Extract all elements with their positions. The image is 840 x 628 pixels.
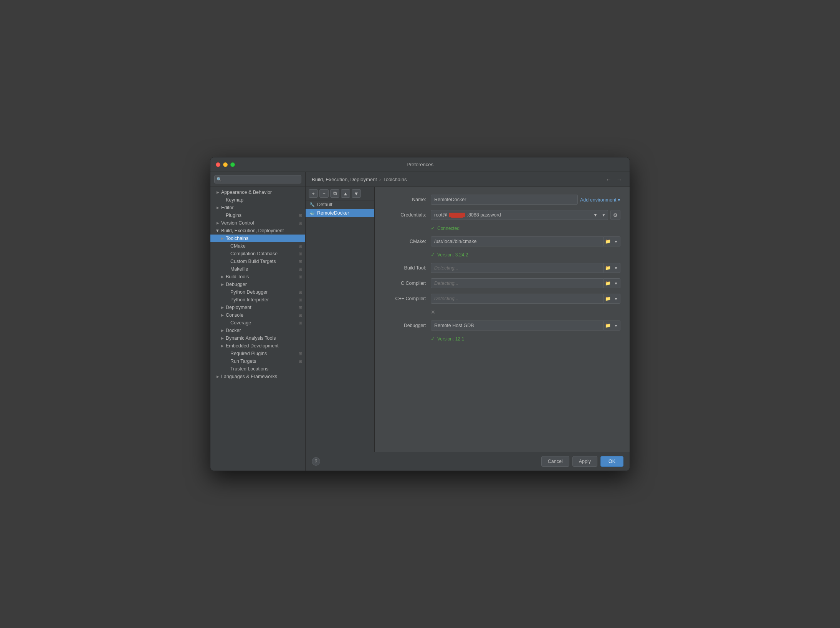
help-button[interactable]: ? — [312, 457, 320, 466]
sidebar-item-embedded-dev[interactable]: ▶ Embedded Development — [210, 342, 305, 350]
sidebar-item-cmake[interactable]: ▶ CMake ⊞ — [210, 242, 305, 250]
sidebar-item-appearance[interactable]: ▶ Appearance & Behavior — [210, 188, 305, 196]
sidebar-item-build-tools[interactable]: ▶ Build Tools ⊞ — [210, 273, 305, 281]
build-tool-row: Build Tool: 📁 ▼ — [384, 263, 620, 273]
content-area: 🔍 ▶ Appearance & Behavior ▶ Keymap ▶ — [210, 172, 630, 471]
preferences-window: Preferences 🔍 ▶ Appearance & Behavior ▶ — [210, 157, 630, 471]
debugger-input[interactable] — [431, 321, 604, 331]
nav-forward-button[interactable]: → — [615, 175, 623, 183]
sidebar-item-label: CMake — [230, 243, 246, 249]
sidebar-item-python-debugger[interactable]: ▶ Python Debugger ⊞ — [210, 288, 305, 296]
close-button[interactable] — [216, 162, 220, 167]
c-compiler-folder-button[interactable]: 📁 — [604, 278, 612, 288]
debugger-label: Debugger: — [384, 323, 426, 328]
cpp-compiler-folder-button[interactable]: 📁 — [604, 294, 612, 304]
ok-button[interactable]: OK — [600, 456, 623, 467]
sidebar-item-compilation-db[interactable]: ▶ Compilation Database ⊞ — [210, 250, 305, 258]
arrow-icon: ▶ — [215, 205, 220, 210]
sidebar-item-label: Docker — [226, 328, 241, 333]
add-environment-button[interactable]: Add environment ▾ — [580, 197, 620, 203]
build-tool-input[interactable] — [431, 263, 604, 273]
name-input[interactable] — [431, 195, 578, 205]
loading-spinner-icon: ✳ — [431, 309, 435, 315]
move-up-button[interactable]: ▲ — [341, 189, 350, 198]
sidebar-item-trusted-locations[interactable]: ▶ Trusted Locations — [210, 365, 305, 373]
remove-toolchain-button[interactable]: − — [319, 189, 329, 198]
check-icon: ✓ — [431, 252, 435, 258]
cmake-dropdown-button[interactable]: ▼ — [612, 236, 620, 246]
sidebar-item-plugins[interactable]: ▶ Plugins ⊞ — [210, 212, 305, 219]
sidebar-item-toolchains[interactable]: ▶ Toolchains — [210, 235, 305, 242]
sidebar-item-version-control[interactable]: ▶ Version Control ⊞ — [210, 219, 305, 227]
sidebar-item-label: Dynamic Analysis Tools — [226, 335, 276, 341]
cmake-folder-button[interactable]: 📁 — [604, 236, 612, 246]
sidebar-item-python-interpreter[interactable]: ▶ Python Interpreter ⊞ — [210, 296, 305, 304]
sync-icon: ⊞ — [299, 213, 302, 218]
sidebar-item-run-targets[interactable]: ▶ Run Targets ⊞ — [210, 357, 305, 365]
sidebar-item-label: Trusted Locations — [230, 366, 268, 372]
toolchain-item-remote-docker[interactable]: 🐳 RemoteDocker — [306, 209, 374, 217]
sidebar-item-label: Build, Execution, Deployment — [221, 228, 284, 233]
sidebar-item-label: Required Plugins — [230, 351, 267, 356]
cmake-row: CMake: 📁 ▼ — [384, 236, 620, 246]
sidebar-item-required-plugins[interactable]: ▶ Required Plugins ⊞ — [210, 350, 305, 357]
sidebar-item-build-exec-deploy[interactable]: ▶ Build, Execution, Deployment — [210, 227, 305, 235]
sidebar-item-deployment[interactable]: ▶ Deployment ⊞ — [210, 304, 305, 311]
credentials-folder-button[interactable]: ▼ — [591, 210, 600, 220]
debugger-dropdown-button[interactable]: ▼ — [612, 321, 620, 331]
c-compiler-row: C Compiler: 📁 ▼ — [384, 278, 620, 288]
sidebar-item-label: Keymap — [226, 197, 243, 203]
toolchain-item-default[interactable]: 🔧 Default — [306, 200, 374, 209]
toolchain-item-label: Default — [317, 202, 332, 207]
debugger-version: Version: 12.1 — [437, 336, 464, 342]
cpp-compiler-dropdown-button[interactable]: ▼ — [612, 294, 620, 304]
credentials-status: Connected — [437, 226, 460, 231]
credentials-dropdown-button[interactable]: ▼ — [600, 210, 608, 220]
c-compiler-label: C Compiler: — [384, 281, 426, 286]
cancel-button[interactable]: Cancel — [541, 456, 569, 467]
arrow-icon: ▶ — [220, 335, 225, 341]
c-compiler-dropdown-button[interactable]: ▼ — [612, 278, 620, 288]
sidebar-item-custom-build-targets[interactable]: ▶ Custom Build Targets ⊞ — [210, 258, 305, 265]
minimize-button[interactable] — [223, 162, 228, 167]
credentials-gear-button[interactable]: ⚙ — [610, 210, 620, 220]
sync-icon: ⊞ — [299, 267, 302, 272]
sidebar-item-label: Build Tools — [226, 274, 249, 279]
cpp-compiler-input[interactable] — [431, 294, 604, 304]
breadcrumb-parent: Build, Execution, Deployment — [312, 177, 377, 182]
maximize-button[interactable] — [230, 162, 235, 167]
debugger-dropdown: 📁 ▼ — [431, 321, 620, 331]
move-down-button[interactable]: ▼ — [352, 189, 361, 198]
apply-button[interactable]: Apply — [572, 456, 597, 467]
build-tool-label: Build Tool: — [384, 265, 426, 271]
sidebar-item-languages-frameworks[interactable]: ▶ Languages & Frameworks — [210, 373, 305, 380]
sidebar-item-console[interactable]: ▶ Console ⊞ — [210, 311, 305, 319]
nav-back-button[interactable]: ← — [604, 175, 613, 183]
panel-body: + − ⧉ ▲ ▼ 🔧 Default 🐳 RemoteDocke — [306, 187, 630, 452]
debugger-folder-button[interactable]: 📁 — [604, 321, 612, 331]
sidebar-item-dynamic-analysis[interactable]: ▶ Dynamic Analysis Tools — [210, 334, 305, 342]
cpp-compiler-row: C++ Compiler: 📁 ▼ — [384, 294, 620, 304]
build-tool-dropdown: 📁 ▼ — [431, 263, 620, 273]
build-tool-folder-button[interactable]: 📁 — [604, 263, 612, 273]
sidebar-item-label: Toolchains — [226, 236, 248, 241]
sidebar-item-label: Python Interpreter — [230, 297, 269, 302]
sidebar-item-editor[interactable]: ▶ Editor — [210, 204, 305, 212]
credentials-port: :8088 password — [467, 212, 501, 218]
add-toolchain-button[interactable]: + — [309, 189, 318, 198]
copy-toolchain-button[interactable]: ⧉ — [330, 189, 339, 198]
sidebar-item-coverage[interactable]: ▶ Coverage ⊞ — [210, 319, 305, 327]
sidebar-item-docker[interactable]: ▶ Docker — [210, 327, 305, 334]
cmake-input[interactable] — [431, 236, 604, 246]
arrow-icon: ▶ — [220, 305, 225, 310]
sidebar-item-debugger[interactable]: ▶ Debugger — [210, 281, 305, 288]
sync-icon: ⊞ — [299, 305, 302, 310]
sidebar-item-keymap[interactable]: ▶ Keymap — [210, 196, 305, 204]
arrow-icon: ▶ — [220, 328, 225, 333]
sync-icon: ⊞ — [299, 221, 302, 226]
c-compiler-input[interactable] — [431, 278, 604, 288]
build-tool-dropdown-button[interactable]: ▼ — [612, 263, 620, 273]
search-input[interactable] — [214, 175, 301, 183]
sidebar-item-makefile[interactable]: ▶ Makefile ⊞ — [210, 265, 305, 273]
debugger-control: 📁 ▼ — [431, 321, 620, 331]
